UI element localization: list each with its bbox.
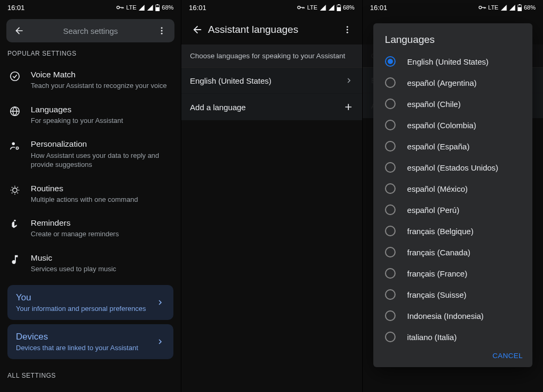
radio-icon bbox=[385, 247, 396, 257]
chevron-right-icon bbox=[155, 337, 165, 346]
language-option[interactable]: español (Estados Unidos) bbox=[373, 157, 532, 178]
language-option-label: español (Perú) bbox=[407, 206, 459, 215]
routines-icon bbox=[8, 183, 21, 196]
vpn-key-icon bbox=[297, 5, 305, 10]
radio-icon bbox=[385, 141, 396, 152]
radio-icon bbox=[385, 183, 396, 194]
language-option-label: español (Argentina) bbox=[407, 78, 477, 87]
status-lte: LTE bbox=[307, 4, 317, 11]
radio-icon bbox=[385, 204, 396, 215]
language-option[interactable]: español (Chile) bbox=[373, 93, 532, 114]
search-settings-bar[interactable]: Search settings bbox=[6, 19, 174, 42]
radio-icon bbox=[385, 310, 396, 321]
language-option[interactable]: español (España) bbox=[373, 136, 532, 157]
language-dialog: Languages English (United States)español… bbox=[373, 23, 532, 367]
language-option[interactable]: français (Suisse) bbox=[373, 284, 532, 305]
radio-icon bbox=[385, 332, 396, 342]
svg-point-10 bbox=[16, 147, 19, 149]
setting-sub: Services used to play music bbox=[31, 264, 116, 274]
svg-point-18 bbox=[346, 32, 348, 33]
current-language-row[interactable]: English (United States) bbox=[181, 68, 362, 94]
dialog-option-list[interactable]: English (United States)español (Argentin… bbox=[373, 51, 532, 348]
more-icon[interactable] bbox=[338, 25, 357, 34]
status-time: 16:01 bbox=[189, 4, 206, 12]
cancel-button[interactable]: CANCEL bbox=[493, 352, 523, 360]
screen-language-dialog: 16:01 LTE 68% C E A bbox=[362, 0, 543, 392]
card-sub: Devices that are linked to your Assistan… bbox=[16, 344, 155, 352]
setting-title: Personalization bbox=[31, 139, 172, 149]
language-option-label: français (Belgique) bbox=[407, 227, 474, 236]
svg-point-12 bbox=[298, 6, 301, 9]
radio-icon bbox=[385, 289, 396, 300]
setting-routines[interactable]: Routines Multiple actions with one comma… bbox=[0, 176, 181, 211]
person-gear-icon bbox=[8, 139, 21, 152]
more-icon[interactable] bbox=[153, 26, 170, 35]
back-icon[interactable] bbox=[11, 25, 28, 36]
voice-match-icon bbox=[8, 69, 21, 82]
radio-icon bbox=[385, 99, 396, 109]
card-title: Devices bbox=[16, 332, 155, 342]
svg-rect-15 bbox=[337, 7, 340, 11]
language-option-label: español (Estados Unidos) bbox=[407, 163, 498, 172]
globe-icon bbox=[8, 104, 21, 117]
setting-reminders[interactable]: Reminders Create or manage reminders bbox=[0, 211, 181, 246]
language-option-label: español (México) bbox=[407, 184, 468, 193]
search-placeholder: Search settings bbox=[28, 26, 153, 35]
language-option-label: italiano (Italia) bbox=[407, 333, 457, 342]
setting-personalization[interactable]: Personalization How Assistant uses your … bbox=[0, 132, 181, 176]
radio-icon bbox=[385, 226, 396, 236]
language-option[interactable]: français (Belgique) bbox=[373, 220, 532, 242]
language-option-label: français (France) bbox=[407, 269, 467, 278]
setting-languages[interactable]: Languages For speaking to your Assistant bbox=[0, 97, 181, 132]
signal-icon-2 bbox=[147, 5, 153, 11]
language-option[interactable]: Indonesia (Indonesia) bbox=[373, 305, 532, 326]
language-option-label: español (Colombia) bbox=[407, 121, 476, 130]
language-option[interactable]: español (Colombia) bbox=[373, 114, 532, 136]
signal-icon bbox=[138, 5, 145, 11]
add-language-row[interactable]: Add a language bbox=[181, 94, 362, 120]
language-option[interactable]: English (United States) bbox=[373, 51, 532, 72]
svg-point-17 bbox=[346, 29, 348, 31]
language-option[interactable]: français (France) bbox=[373, 263, 532, 284]
card-devices[interactable]: Devices Devices that are linked to your … bbox=[7, 324, 173, 359]
setting-sub: How Assistant uses your data to reply an… bbox=[31, 151, 172, 170]
svg-point-16 bbox=[346, 26, 348, 28]
language-option-label: français (Canada) bbox=[407, 248, 470, 257]
svg-point-5 bbox=[161, 30, 163, 32]
setting-voice-match[interactable]: Voice Match Teach your Assistant to reco… bbox=[0, 63, 181, 97]
setting-sub: Multiple actions with one command bbox=[31, 195, 138, 204]
card-you[interactable]: You Your information and personal prefer… bbox=[7, 285, 173, 320]
status-time: 16:01 bbox=[7, 4, 25, 12]
language-option-label: español (Chile) bbox=[407, 100, 461, 109]
svg-rect-3 bbox=[156, 7, 160, 11]
language-option[interactable]: español (Argentina) bbox=[373, 72, 532, 93]
status-battery: 68% bbox=[162, 4, 173, 11]
setting-title: Reminders bbox=[31, 218, 119, 228]
language-option[interactable]: español (Perú) bbox=[373, 199, 532, 220]
setting-music[interactable]: Music Services used to play music bbox=[0, 246, 181, 281]
setting-title: Voice Match bbox=[31, 69, 167, 80]
battery-icon bbox=[337, 4, 341, 11]
reminders-icon bbox=[8, 218, 21, 230]
language-option[interactable]: français (Canada) bbox=[373, 242, 532, 263]
popular-settings-label: POPULAR SETTINGS bbox=[0, 50, 181, 63]
language-option[interactable]: español (México) bbox=[373, 178, 532, 199]
setting-sub: Teach your Assistant to recognize your v… bbox=[31, 81, 167, 91]
status-battery: 68% bbox=[343, 4, 355, 11]
dialog-backdrop[interactable]: Languages English (United States)español… bbox=[363, 0, 543, 392]
all-settings-label: ALL SETTINGS bbox=[0, 363, 181, 379]
svg-point-0 bbox=[117, 6, 119, 9]
screen-assistant-languages: 16:01 LTE 68% Assistant languages Choose… bbox=[181, 0, 362, 392]
svg-point-4 bbox=[161, 27, 163, 29]
language-option-label: français (Suisse) bbox=[407, 290, 467, 299]
status-bar: 16:01 LTE 68% bbox=[0, 0, 181, 15]
card-sub: Your information and personal preference… bbox=[16, 305, 155, 313]
current-language-label: English (United States) bbox=[190, 76, 344, 85]
app-bar: Assistant languages bbox=[181, 15, 362, 44]
setting-sub: For speaking to your Assistant bbox=[31, 116, 123, 126]
battery-icon bbox=[155, 4, 160, 11]
svg-point-7 bbox=[11, 72, 20, 81]
language-option[interactable]: italiano (Italia) bbox=[373, 326, 532, 348]
back-button[interactable] bbox=[187, 24, 208, 35]
language-option-label: Indonesia (Indonesia) bbox=[407, 311, 484, 320]
